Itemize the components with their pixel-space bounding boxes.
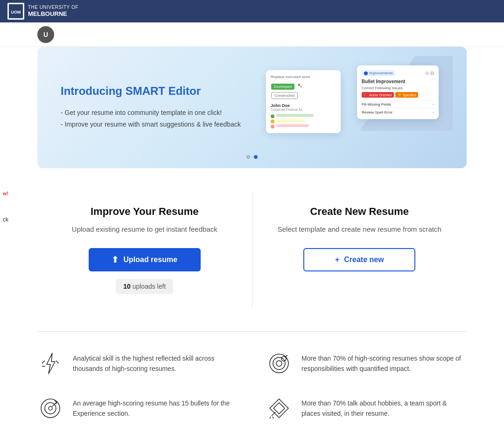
issue-chips: 🚩 Action Oriented ⚡ Specifics <box>362 92 434 98</box>
svg-point-13 <box>49 406 52 410</box>
stat-icon-4 <box>266 395 292 421</box>
avatar-bar: U <box>0 22 504 47</box>
mockup-person-title: Corporate Finance As... <box>271 108 336 111</box>
dot-1[interactable] <box>246 155 250 159</box>
mockup-replace-title: Replace overused word <box>271 75 336 79</box>
stat-text-1: Analytical skill is the highest reflecte… <box>73 350 238 374</box>
mockup-person-name: John Doe <box>271 103 336 108</box>
review-spell-error: Review Spell Error › <box>362 110 434 114</box>
stat-item-3: An average high-scoring resume has 15 bu… <box>37 395 238 421</box>
correct-issues-label: Correct Following Issues: <box>362 86 434 90</box>
chip-developed: Developed <box>271 84 294 90</box>
uploads-left-count: 10 <box>123 283 131 290</box>
mockup-left-panel: Replace overused word Developed ↖ Constr… <box>266 70 341 133</box>
banner-desc-line1: - Get your resume into community templat… <box>61 107 252 130</box>
create-resume-desc: Select template and create new resume fr… <box>278 224 441 235</box>
improve-resume-col: Improve Your Resume Upload existing resu… <box>37 192 252 308</box>
stat-item-2: More than 70% of high-scoring resumes sh… <box>266 350 467 377</box>
improvements-badge: Improvements <box>362 70 395 76</box>
banner-pagination-dots <box>246 155 258 159</box>
banner-text: Introducing SMART Editor - Get your resu… <box>61 85 252 130</box>
sidebar-new-label: w! <box>0 187 11 200</box>
svg-text:UOM: UOM <box>11 10 21 14</box>
stats-section: Analytical skill is the highest reflecte… <box>37 331 467 421</box>
logo-text: THE UNIVERSITY OF MELBOURNE <box>28 5 78 18</box>
issue-specifics: ⚡ Specifics <box>395 92 418 98</box>
stat-text-2: More than 70% of high-scoring resumes sh… <box>301 350 467 374</box>
svg-line-19 <box>273 417 273 419</box>
stat-text-4: More than 70% talk about hobbies, a team… <box>301 395 467 419</box>
header: UOM THE UNIVERSITY OF MELBOURNE <box>0 0 504 22</box>
create-new-label: Create new <box>344 256 384 264</box>
improve-resume-title: Improve Your Resume <box>91 206 198 218</box>
bullet-improvement-title: Bullet Improvement <box>362 79 434 84</box>
sidebar-back-label: ck <box>0 213 11 227</box>
stat-icon-2 <box>266 350 292 377</box>
create-new-button[interactable]: + Create new <box>303 248 415 271</box>
issue-action-oriented: 🚩 Action Oriented <box>362 92 394 98</box>
svg-point-7 <box>273 357 285 370</box>
dot-2[interactable] <box>254 155 258 159</box>
svg-marker-2 <box>47 353 55 374</box>
stat-icon-3 <box>37 395 63 421</box>
logo[interactable]: UOM THE UNIVERSITY OF MELBOURNE <box>7 3 78 20</box>
smart-editor-banner: Introducing SMART Editor - Get your resu… <box>37 47 467 168</box>
upload-resume-label: Upload resume <box>123 256 177 264</box>
improve-resume-desc: Upload existing resume to get instant fe… <box>72 224 217 235</box>
banner-title: Introducing SMART Editor <box>61 85 252 98</box>
create-new-plus: + <box>335 256 339 264</box>
stat-item-4: More than 70% talk about hobbies, a team… <box>266 395 467 421</box>
avatar[interactable]: U <box>37 26 54 43</box>
svg-line-4 <box>56 361 59 363</box>
banner-mockup: Replace overused word Developed ↖ Constr… <box>252 65 443 149</box>
mockup-right-header-row: Improvements ⊙ ⊟ <box>362 70 434 76</box>
main-content: Introducing SMART Editor - Get your resu… <box>0 47 504 448</box>
create-resume-col: Create New Resume Select template and cr… <box>252 192 467 285</box>
upload-icon: ⬆ <box>112 255 119 265</box>
stat-icon-1 <box>37 350 63 377</box>
stat-item-1: Analytical skill is the highest reflecte… <box>37 350 238 377</box>
fill-missing-fields: Fill Missing Fields › <box>362 100 434 108</box>
uploads-left-badge: 10 uploads left <box>116 279 173 294</box>
logo-crest: UOM <box>7 3 24 20</box>
stat-text-3: An average high-scoring resume has 15 bu… <box>73 395 238 419</box>
mockup-container: Replace overused word Developed ↖ Constr… <box>266 65 443 149</box>
svg-line-3 <box>42 361 45 363</box>
mockup-right-panel: Improvements ⊙ ⊟ Bullet Improvement Corr… <box>357 65 439 119</box>
actions-section: Improve Your Resume Upload existing resu… <box>37 192 467 308</box>
upload-resume-button[interactable]: ⬆ Upload resume <box>89 248 201 271</box>
uploads-left-text: uploads left <box>133 283 166 290</box>
svg-line-17 <box>272 412 275 416</box>
create-resume-title: Create New Resume <box>310 206 409 218</box>
svg-point-8 <box>276 361 282 366</box>
chip-constructed: Constructed <box>271 92 298 99</box>
svg-line-18 <box>270 417 271 419</box>
